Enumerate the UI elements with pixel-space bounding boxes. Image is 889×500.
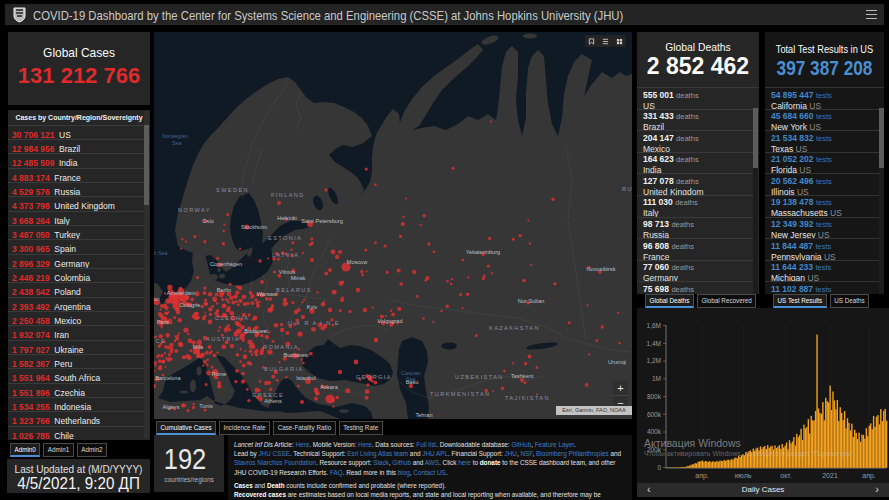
- svg-text:1M: 1M: [652, 375, 661, 382]
- svg-text:Nur-Sultan: Nur-Sultan: [518, 298, 545, 304]
- svg-text:Bucharest: Bucharest: [283, 352, 309, 358]
- svg-text:AUSTRIA: AUSTRIA: [206, 336, 240, 342]
- svg-text:Helsinki: Helsinki: [277, 215, 297, 221]
- svg-text:ESTONIA: ESTONIA: [268, 235, 302, 241]
- svg-text:июль: июль: [735, 472, 752, 479]
- svg-text:CZECHIA: CZECHIA: [215, 315, 249, 321]
- svg-text:Minsk: Minsk: [291, 275, 306, 281]
- svg-text:Athens: Athens: [264, 398, 282, 404]
- svg-text:Stockholm: Stockholm: [241, 224, 267, 230]
- svg-text:Copenhagen: Copenhagen: [210, 261, 242, 267]
- svg-text:Saint Petersburg: Saint Petersburg: [301, 218, 343, 224]
- svg-text:Novosibirsk: Novosibirsk: [587, 266, 616, 272]
- svg-text:Berlin: Berlin: [217, 287, 231, 293]
- svg-text:1,6M: 1,6M: [647, 322, 661, 329]
- svg-text:600k: 600k: [647, 411, 662, 418]
- svg-text:TURKMENISTAN: TURKMENISTAN: [430, 391, 491, 397]
- svg-text:ROMANIA: ROMANIA: [263, 344, 299, 350]
- svg-text:Urumqi: Urumqi: [608, 359, 626, 365]
- svg-text:Tunis: Tunis: [199, 403, 213, 409]
- svg-text:Sea: Sea: [406, 376, 416, 382]
- svg-text:апр.: апр.: [695, 472, 709, 480]
- svg-text:окт.: окт.: [780, 472, 791, 479]
- svg-text:SWEDEN: SWEDEN: [216, 187, 249, 193]
- svg-text:BULGARIA: BULGARIA: [264, 366, 304, 372]
- svg-text:Mila: Mila: [193, 344, 204, 350]
- svg-text:800k: 800k: [647, 393, 662, 400]
- svg-text:FINLAND: FINLAND: [271, 192, 305, 198]
- svg-text:Istanbul: Istanbul: [296, 375, 316, 381]
- svg-text:GEORGIA: GEORGIA: [356, 374, 392, 380]
- svg-text:Moscow: Moscow: [347, 259, 368, 265]
- svg-text:don: don: [154, 296, 160, 302]
- svg-text:Oslo: Oslo: [202, 218, 214, 224]
- svg-text:апр.: апр.: [862, 472, 876, 480]
- svg-text:Algiers: Algiers: [162, 404, 179, 410]
- svg-text:LATVIA: LATVIA: [272, 252, 299, 258]
- svg-text:Budapest: Budapest: [244, 328, 268, 334]
- svg-text:Yekaterinburg: Yekaterinburg: [466, 249, 500, 255]
- svg-text:Paris: Paris: [157, 319, 170, 325]
- svg-text:Ankara: Ankara: [320, 384, 339, 390]
- svg-text:0: 0: [657, 464, 661, 471]
- svg-text:Barcelona: Barcelona: [155, 375, 181, 381]
- svg-text:Volgograd: Volgograd: [377, 318, 402, 324]
- svg-text:th Sea: th Sea: [154, 250, 168, 256]
- svg-text:400k: 400k: [647, 428, 662, 435]
- svg-text:Cologne: Cologne: [180, 302, 201, 308]
- svg-text:Sea: Sea: [172, 140, 182, 146]
- svg-text:Amsterdam: Amsterdam: [167, 290, 196, 296]
- svg-text:KAZAKHSTAN: KAZAKHSTAN: [489, 325, 540, 331]
- svg-text:Rome: Rome: [212, 371, 227, 377]
- svg-text:NORWAY: NORWAY: [178, 207, 211, 213]
- svg-text:UZBEKISTAN: UZBEKISTAN: [455, 374, 504, 380]
- svg-text:Kyiv: Kyiv: [307, 304, 318, 310]
- svg-text:Warsaw: Warsaw: [257, 291, 278, 297]
- svg-text:TAJIKISTAN: TAJIKISTAN: [505, 395, 550, 401]
- svg-text:Tehran: Tehran: [415, 412, 432, 418]
- svg-text:1,2M: 1,2M: [647, 357, 661, 364]
- svg-text:Norwegian: Norwegian: [162, 133, 188, 139]
- svg-text:1,4M: 1,4M: [647, 340, 661, 347]
- svg-text:Tashkent: Tashkent: [511, 373, 534, 379]
- svg-text:U K R A I N E: U K R A I N E: [288, 320, 340, 326]
- svg-text:RU: RU: [622, 186, 632, 192]
- svg-text:2021: 2021: [822, 472, 838, 479]
- svg-text:BELARUS: BELARUS: [276, 287, 312, 293]
- svg-text:NCE: NCE: [154, 338, 166, 344]
